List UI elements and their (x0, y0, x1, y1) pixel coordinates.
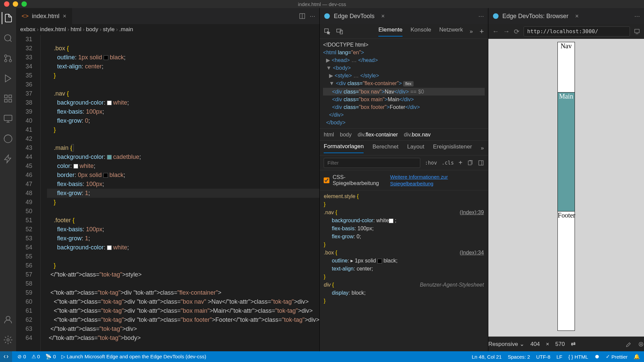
errors-count[interactable]: ⊘ 0 (17, 354, 26, 360)
styles-tab-berechnet[interactable]: Berechnet (372, 143, 398, 153)
breadcrumb[interactable]: exbox›index.html›html›body›style›.main (16, 24, 319, 35)
go-live[interactable] (594, 354, 600, 359)
editor-tab-index[interactable]: <> index.html × (16, 8, 72, 24)
svg-point-1 (5, 55, 7, 57)
chevron-right-icon[interactable]: » (470, 28, 473, 35)
encoding[interactable]: UTF-8 (536, 354, 550, 360)
dom-crumb[interactable]: div.flex-container (358, 132, 398, 138)
breadcrumb-item[interactable]: html (70, 26, 81, 33)
device-height[interactable]: 570 (555, 341, 565, 348)
language-mode[interactable]: { } HTML (568, 354, 588, 360)
window-maximize[interactable] (21, 1, 27, 7)
close-icon[interactable]: × (381, 13, 385, 20)
dom-crumb[interactable]: html (324, 132, 334, 138)
search-icon[interactable] (2, 32, 14, 44)
device-mode[interactable]: Responsive ⌄ (488, 341, 525, 348)
more-icon[interactable]: ⋯ (634, 13, 640, 20)
tab-label: index.html (32, 13, 59, 20)
prettier-status[interactable]: ✓ Prettier (606, 354, 628, 360)
more-icon[interactable]: ⋯ (310, 13, 315, 20)
thunder-icon[interactable] (2, 153, 14, 165)
explorer-icon[interactable] (2, 12, 14, 24)
svg-rect-18 (468, 161, 471, 165)
browser-tab[interactable]: Edge DevTools: Browser × (492, 13, 579, 20)
launch-task[interactable]: ▷ Launch Microsoft Edge and open the Edg… (61, 354, 206, 360)
window-minimize[interactable] (13, 1, 18, 7)
close-icon[interactable]: × (575, 13, 579, 20)
breadcrumb-item[interactable]: body (86, 26, 98, 33)
rotate-icon[interactable]: ⇄ (571, 341, 576, 348)
back-icon[interactable]: ← (492, 27, 499, 35)
svg-rect-19 (479, 161, 483, 165)
gear-icon[interactable] (2, 334, 14, 346)
inspect-icon[interactable] (324, 28, 331, 35)
dom-breadcrumbs[interactable]: htmlbodydiv.flex-containerdiv.box.nav (320, 129, 488, 141)
reload-icon[interactable]: ⟳ (514, 27, 520, 36)
split-editor-icon[interactable] (299, 13, 306, 20)
remote-indicator[interactable] (0, 351, 12, 362)
breadcrumb-item[interactable]: style (103, 26, 115, 33)
url-input[interactable] (524, 26, 630, 37)
warnings-count[interactable]: ⚠ 0 (32, 354, 40, 360)
plus-icon[interactable]: + (459, 159, 463, 167)
styles-tab-formatvorlagen[interactable]: Formatvorlagen (324, 143, 364, 153)
cls-toggle[interactable]: .cls (442, 160, 454, 166)
target-icon[interactable] (638, 341, 644, 347)
remote-explorer-icon[interactable] (2, 113, 14, 125)
eyedropper-icon[interactable] (626, 341, 632, 347)
port-forward[interactable]: 📡 0 (45, 354, 56, 360)
close-icon[interactable]: × (63, 13, 66, 20)
styles-tab-ereignislistener[interactable]: Ereignislistener (433, 143, 472, 153)
cursor-position[interactable]: Ln 48, Col 21 (472, 354, 501, 360)
styles-tab-layout[interactable]: Layout (407, 143, 424, 153)
editor-tabs: <> index.html × ⋯ (16, 8, 319, 24)
extensions-icon[interactable] (2, 93, 14, 105)
browser-pane: Edge DevTools: Browser × ⋯ ← → ⟳ Nav Mai… (488, 8, 644, 351)
svg-point-2 (9, 60, 12, 62)
device-toolbar[interactable]: Responsive ⌄ 404 × 570 ⇄ (488, 337, 644, 351)
breadcrumb-item[interactable]: .main (119, 26, 133, 33)
svg-point-20 (493, 13, 498, 19)
titlebar: index.html — dev-css (0, 0, 644, 8)
computed-panel-icon[interactable] (478, 160, 484, 166)
dom-crumb[interactable]: div.box.nav (404, 132, 431, 138)
css-mirror-label: CSS-Spiegelbearbeitung (333, 174, 387, 186)
devtools-tab-konsole[interactable]: Konsole (411, 26, 431, 37)
rendered-footer: Footer (558, 212, 575, 330)
dom-crumb[interactable]: body (340, 132, 352, 138)
eol[interactable]: LF (556, 354, 562, 360)
device-width[interactable]: 404 (530, 341, 540, 348)
plus-icon[interactable]: + (480, 27, 484, 36)
more-icon[interactable]: ⋯ (478, 13, 484, 20)
rendered-nav: Nav (558, 42, 575, 93)
devtools-tab-elemente[interactable]: Elemente (378, 26, 402, 37)
devtools-tab-netzwerk[interactable]: Netzwerk (439, 26, 463, 37)
devtools-tab[interactable]: Edge DevTools × (324, 13, 385, 20)
browser-viewport[interactable]: Nav Main Footer (488, 39, 644, 337)
svg-rect-7 (5, 99, 7, 102)
dom-tree[interactable]: <!DOCTYPE html><html lang="en"> ▶ <head>… (320, 39, 488, 129)
code-editor[interactable]: 3132333435363738394041424344454647484950… (16, 35, 319, 351)
screencast-icon[interactable] (634, 28, 640, 35)
mirror-info-link[interactable]: Weitere Informationen zur Spiegelbearbei… (390, 174, 484, 187)
styles-panel[interactable]: element.style {}.nav {(Index):39backgrou… (320, 190, 488, 351)
run-debug-icon[interactable] (2, 72, 14, 84)
device-icon[interactable] (336, 28, 343, 35)
notifications-icon[interactable]: 🔔 (634, 354, 640, 360)
edge-icon[interactable] (2, 133, 14, 145)
statusbar: ⊘ 0 ⚠ 0 📡 0 ▷ Launch Microsoft Edge and … (0, 351, 644, 362)
accounts-icon[interactable] (2, 314, 14, 326)
forward-icon[interactable]: → (503, 27, 510, 35)
hov-toggle[interactable]: :hov (425, 160, 437, 166)
svg-rect-21 (635, 29, 639, 33)
indentation[interactable]: Spaces: 2 (508, 354, 530, 360)
source-control-icon[interactable] (2, 52, 14, 64)
breadcrumb-item[interactable]: exbox (20, 26, 35, 33)
chevron-right-icon[interactable]: » (481, 145, 484, 152)
breadcrumb-item[interactable]: index.html (40, 26, 66, 33)
css-mirror-checkbox[interactable] (324, 177, 329, 183)
activity-bar (0, 8, 16, 351)
copy-styles-icon[interactable] (467, 160, 473, 166)
styles-filter-input[interactable] (324, 158, 420, 168)
window-close[interactable] (4, 1, 9, 7)
